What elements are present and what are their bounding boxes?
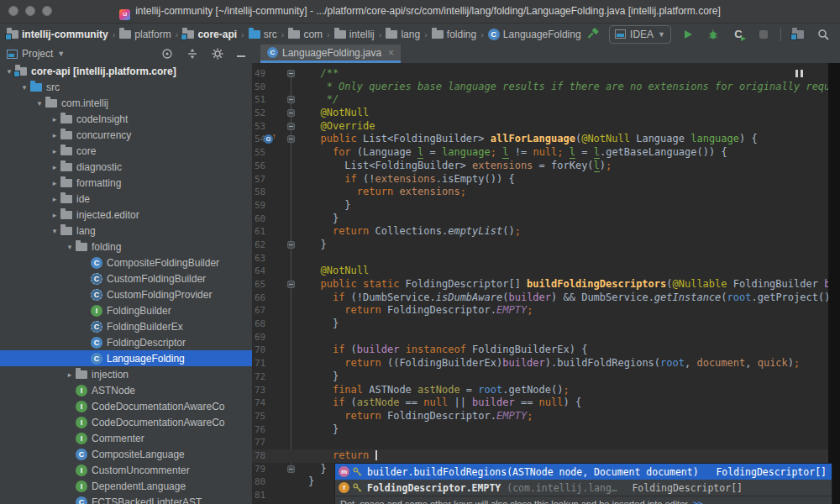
code-line-55[interactable]: 55 for (Language l = language; l != null… (252, 146, 828, 160)
breadcrumb-item-folding[interactable]: folding (430, 29, 478, 40)
tree-item-foldingdescriptor[interactable]: CFoldingDescriptor (0, 334, 252, 350)
line-number[interactable]: 63 (252, 252, 280, 265)
tree-item-compositefoldingbuilder[interactable]: CCompositeFoldingBuilder (0, 255, 252, 270)
tree-item-diagnostic[interactable]: ▸diagnostic (0, 159, 252, 175)
locate-file-icon[interactable] (161, 48, 173, 60)
tree-item-dependentlanguage[interactable]: IDependentLanguage (0, 478, 252, 494)
gutter-fold-column[interactable] (280, 291, 307, 305)
tree-item-injected-editor[interactable]: ▸injected.editor (0, 207, 252, 223)
gutter-fold-column[interactable] (280, 463, 307, 476)
tree-item-foldingbuilderex[interactable]: CFoldingBuilderEx (0, 318, 252, 334)
code-line-72[interactable]: 72 }​ (252, 370, 828, 384)
fold-marker-icon[interactable] (287, 281, 295, 288)
breadcrumb-item-com[interactable]: com (286, 29, 324, 40)
expand-arrow-icon[interactable]: ▸ (49, 163, 60, 171)
code-line-53[interactable]: 53 @Override​ (252, 120, 828, 134)
gutter-fold-column[interactable] (280, 489, 307, 502)
tree-item-commenter[interactable]: ICommenter (0, 430, 252, 446)
expand-arrow-icon[interactable]: ▸ (49, 115, 60, 123)
gutter-fold-column[interactable] (280, 475, 307, 489)
line-number[interactable]: 52 (252, 107, 280, 120)
tree-item-customfoldingprovider[interactable]: CCustomFoldingProvider (0, 286, 252, 302)
code-line-66[interactable]: 66 if (!DumbService.isDumbAware(builder)… (252, 291, 828, 305)
line-number[interactable]: 65 (252, 278, 280, 291)
run-button[interactable] (680, 26, 696, 43)
tree-item-ide[interactable]: ▸ide (0, 191, 252, 207)
completion-item[interactable]: fFoldingDescriptor.EMPTY(com.intellij.la… (335, 480, 832, 496)
close-tab-icon[interactable]: × (388, 47, 394, 59)
project-structure-icon[interactable] (790, 26, 806, 43)
editor-scrollbar-track[interactable] (828, 63, 840, 504)
code-line-65[interactable]: 65 public static FoldingDescriptor[] bui… (252, 278, 828, 291)
fold-marker-icon[interactable] (287, 465, 295, 473)
line-number[interactable]: 59 (252, 199, 280, 213)
code-line-71[interactable]: 71 return ((FoldingBuilderEx)builder).bu… (252, 357, 828, 370)
code-line-51[interactable]: 51 */​ (252, 93, 828, 107)
line-number[interactable]: 77 (252, 436, 280, 449)
expand-arrow-icon[interactable]: ▾ (18, 83, 30, 92)
code-line-60[interactable]: 60 }​ (252, 213, 828, 226)
breadcrumb-item-intellij[interactable]: intellij (333, 29, 376, 40)
tree-item-src[interactable]: ▾src (0, 79, 252, 95)
line-number[interactable]: 68 (252, 318, 280, 331)
breadcrumb-item-intellij-community[interactable]: intellij-community (5, 29, 110, 40)
line-number[interactable]: 58 (252, 186, 280, 199)
expand-arrow-icon[interactable]: ▸ (49, 179, 60, 187)
tree-item-injection[interactable]: ▸injection (0, 366, 252, 382)
tree-item-fctsbackedlighterast[interactable]: CFCTSBackedLighterAST (0, 494, 252, 504)
tree-item-core-api-intellij-platform-core-[interactable]: ▾core-api [intellij.platform.core] (0, 63, 252, 79)
code-line-64[interactable]: 64 @NotNull​ (252, 265, 828, 278)
run-with-coverage-button[interactable]: C (730, 26, 747, 43)
completion-item[interactable]: mbuilder.buildFoldRegions(ASTNode node, … (335, 464, 832, 480)
line-number[interactable]: 80 (252, 475, 280, 489)
gutter-fold-column[interactable] (280, 278, 307, 291)
settings-gear-icon[interactable] (212, 48, 223, 60)
line-number[interactable]: 55 (252, 146, 280, 160)
tree-item-customuncommenter[interactable]: ICustomUncommenter (0, 462, 252, 478)
expand-arrow-icon[interactable]: ▸ (64, 370, 76, 379)
line-number[interactable]: 74 (252, 396, 280, 410)
tree-item-concurrency[interactable]: ▸concurrency (0, 127, 252, 143)
line-number[interactable]: 69 (252, 331, 280, 344)
code-line-67[interactable]: 67 return FoldingDescriptor.EMPTY;​ (252, 304, 828, 318)
breadcrumb-item-core-api[interactable]: core-api (181, 29, 239, 40)
run-configuration-selector[interactable]: IDEA ▼ (609, 25, 671, 44)
tree-item-codeinsight[interactable]: ▸codeInsight (0, 111, 252, 127)
gutter-fold-column[interactable] (280, 186, 307, 199)
project-panel-title[interactable]: Project (22, 48, 53, 60)
line-number[interactable]: 67 (252, 304, 280, 318)
fold-marker-icon[interactable] (287, 123, 295, 130)
line-number[interactable]: 78 (252, 449, 280, 463)
line-number[interactable]: 75 (252, 410, 280, 423)
code-line-63[interactable]: 63​ (252, 252, 828, 265)
fold-marker-icon[interactable] (287, 96, 295, 103)
code-line-76[interactable]: 76 }​ (252, 423, 828, 437)
code-editor[interactable]: 49 /**​50 * Only queries base language r… (252, 63, 828, 504)
fold-marker-icon[interactable] (287, 109, 295, 117)
code-line-61[interactable]: 61 return Collections.emptyList();​ (252, 225, 828, 239)
code-line-69[interactable]: 69​ (252, 331, 828, 344)
line-number[interactable]: 72 (252, 370, 280, 384)
tree-item-languagefolding[interactable]: CLanguageFolding (0, 350, 252, 366)
chevron-down-icon[interactable]: ▼ (57, 50, 65, 58)
tree-item-folding[interactable]: ▾folding (0, 239, 252, 255)
search-everywhere-icon[interactable] (815, 26, 832, 43)
line-number[interactable]: 73 (252, 384, 280, 397)
editor-tab-languagefolding[interactable]: C LanguageFolding.java × (260, 45, 401, 63)
gutter-fold-column[interactable] (280, 344, 307, 357)
tree-item-astnode[interactable]: IASTNode (0, 382, 252, 398)
gutter-fold-column[interactable] (280, 370, 307, 384)
breadcrumb-item-languagefolding[interactable]: CLanguageFolding (486, 29, 583, 40)
line-number[interactable]: 62 (252, 239, 280, 252)
tree-item-foldingbuilder[interactable]: IFoldingBuilder (0, 302, 252, 318)
code-line-77[interactable]: 77​ (252, 436, 828, 449)
breadcrumb-item-lang[interactable]: lang (384, 29, 422, 40)
gutter-fold-column[interactable] (280, 199, 307, 213)
line-number[interactable]: 66 (252, 291, 280, 305)
code-line-50[interactable]: 50 * Only queries base language results … (252, 81, 828, 94)
code-line-70[interactable]: 70 if (builder instanceof FoldingBuilder… (252, 344, 828, 357)
gutter-fold-column[interactable] (280, 436, 307, 449)
gutter-fold-column[interactable] (280, 384, 307, 397)
code-line-52[interactable]: 52 @NotNull​ (252, 107, 828, 120)
gutter-fold-column[interactable] (280, 107, 307, 120)
